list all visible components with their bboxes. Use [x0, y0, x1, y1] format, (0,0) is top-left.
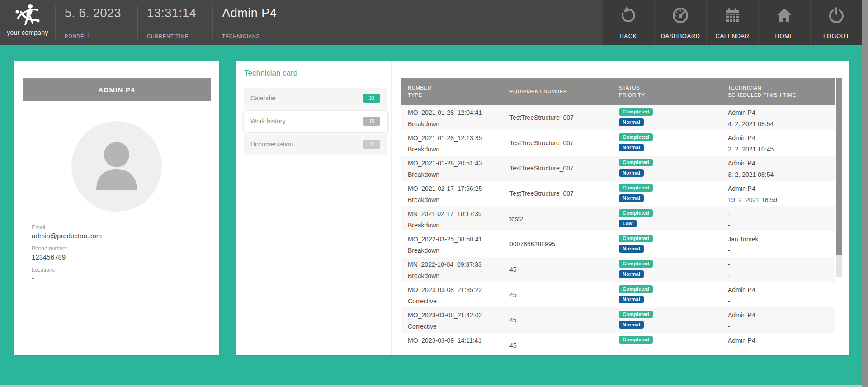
status-priority-cell: Completed Normal	[613, 231, 722, 257]
status-badge: Completed	[619, 184, 653, 192]
technician-name: Admin P4	[728, 134, 835, 142]
table-row[interactable]: MO_2021-01-28_12:13:35 Breakdown TestTre…	[401, 130, 835, 156]
technician-card-nav: Technician card Calendar 33 Work history…	[236, 61, 392, 355]
equipment-number-cell: TestTreeStructure_007	[503, 181, 613, 206]
technician-finish-cell: Admin P4 19. 2. 2021 18:59	[722, 181, 835, 206]
calendar-button[interactable]: CALENDAR	[707, 0, 758, 45]
technician-finish-cell: Admin P4 -	[722, 282, 835, 307]
table-row[interactable]: MO_2023-03-08_21:35:22 Corrective 45 Com…	[401, 282, 835, 307]
company-logo[interactable]: your company	[0, 0, 55, 45]
work-order-number: MO_2021-02-17_17:56:25	[408, 184, 503, 193]
table-row[interactable]: MN_2022-10-04_09:37:33 Breakdown 45 Comp…	[401, 257, 835, 282]
equipment-number-cell: 0007666281995	[503, 231, 613, 257]
number-type-cell: MO_2021-01-28_20:51:43 Breakdown	[401, 156, 503, 181]
column-header-line: TECHNICIAN	[728, 85, 835, 90]
status-priority-cell: Completed Normal	[613, 105, 722, 130]
dashboard-button[interactable]: DASHBOARD	[655, 0, 706, 45]
technician-finish-cell: - -	[722, 257, 835, 282]
dashboard-gauge-icon	[671, 6, 689, 24]
table-row[interactable]: MO_2021-01-28_12:04:41 Breakdown TestTre…	[401, 105, 835, 130]
nav-item-label: Work history	[244, 118, 286, 125]
work-order-type: Breakdown	[408, 221, 503, 230]
technician-finish-cell: - -	[722, 206, 835, 231]
scheduled-finish-time: -	[728, 322, 835, 331]
work-order-number: MO_2022-03-25_08:50:41	[408, 235, 503, 244]
table-row[interactable]: MO_2022-03-25_08:50:41 Breakdown 0007666…	[401, 231, 835, 257]
scheduled-finish-time: 3. 2. 2021 08:54	[728, 170, 835, 179]
technician-finish-cell: Admin P4	[722, 333, 835, 355]
number-type-cell: MO_2021-02-17_17:56:25 Breakdown	[401, 181, 503, 206]
status-badge: Completed	[619, 209, 653, 217]
window-bottom-edge	[0, 385, 862, 387]
table-row[interactable]: MN_2021-02-17_10:17:39 Breakdown test2 C…	[401, 206, 835, 231]
avatar	[71, 121, 162, 212]
status-badge: Completed	[619, 336, 653, 344]
column-header-status-priority: STATUS PRIORITY	[613, 78, 722, 105]
documentation-count-badge: 0	[363, 140, 380, 149]
home-button[interactable]: HOME	[759, 0, 810, 45]
priority-badge: Normal	[619, 144, 644, 151]
priority-badge: Normal	[619, 270, 644, 278]
technician-name: Admin P4	[728, 336, 835, 345]
number-type-cell: MO_2023-03-09_14:11:41	[401, 333, 503, 355]
nav-item-label: Calendar	[244, 94, 276, 102]
current-date: 5. 6. 2023	[65, 6, 121, 20]
browser-scrollbar[interactable]	[862, 0, 868, 387]
technician-name: Admin P4	[728, 184, 835, 193]
column-header-line: STATUS	[619, 85, 722, 90]
number-type-cell: MN_2021-02-17_10:17:39 Breakdown	[401, 206, 503, 231]
technician-finish-cell: Admin P4 4. 2. 2021 08:54	[722, 105, 835, 130]
work-history-count-badge: 15	[363, 117, 380, 126]
work-order-number: MN_2021-02-17_10:17:39	[408, 210, 503, 218]
back-button-label: BACK	[620, 33, 637, 39]
date-block: 5. 6. 2023 PONDĚLÍ	[56, 0, 137, 45]
nav-item-work-history[interactable]: Work history 15	[244, 111, 387, 132]
work-order-number: MO_2021-01-28_12:13:35	[408, 134, 503, 142]
number-type-cell: MO_2021-01-28_12:13:35 Breakdown	[401, 130, 503, 156]
technician-name: Admin P4	[728, 159, 835, 168]
technician-finish-cell: Admin P4 3. 2. 2021 08:54	[722, 156, 835, 181]
status-badge: Completed	[619, 260, 653, 268]
technician-name: -	[728, 210, 835, 218]
status-priority-cell: Completed	[613, 333, 722, 355]
technician-name-header: ADMIN P4	[23, 78, 211, 101]
priority-badge: Normal	[619, 118, 644, 126]
profile-fields: Email admin@productoo.com Phone number 1…	[14, 224, 219, 282]
home-icon	[775, 6, 793, 24]
status-priority-cell: Completed Normal	[613, 307, 722, 333]
locations-label: Locations	[32, 267, 219, 273]
technician-card-panel: Technician card Calendar 33 Work history…	[236, 61, 849, 355]
logo-icon	[14, 3, 42, 28]
equipment-number-cell: TestTreeStructure_007	[503, 130, 613, 156]
status-badge: Completed	[619, 235, 653, 242]
status-badge: Completed	[619, 311, 653, 318]
status-priority-cell: Completed Normal	[613, 282, 722, 307]
table-scrollbar-thumb[interactable]	[836, 78, 842, 255]
logout-button[interactable]: LOGOUT	[811, 0, 862, 45]
table-row[interactable]: MO_2023-03-09_14:11:41 45 Completed Admi…	[401, 333, 835, 355]
work-order-type: Breakdown	[408, 145, 503, 154]
nav-item-label: Documentation	[244, 141, 293, 148]
table-row[interactable]: MO_2023-03-08_21:42:02 Corrective 45 Com…	[401, 307, 835, 333]
technician-profile-card: ADMIN P4 Email admin@productoo.com Phone…	[14, 61, 219, 355]
priority-badge: Normal	[619, 296, 644, 303]
status-badge: Completed	[619, 159, 653, 166]
technician-name: Admin P4	[728, 109, 835, 117]
status-priority-cell: Completed Low	[613, 206, 722, 231]
calendar-count-badge: 33	[363, 94, 380, 103]
home-button-label: HOME	[775, 33, 794, 39]
current-time-label: CURRENT TIME	[147, 33, 196, 39]
table-scrollbar[interactable]	[836, 78, 842, 350]
status-priority-cell: Completed Normal	[613, 130, 722, 156]
table-row[interactable]: MO_2021-01-28_20:51:43 Breakdown TestTre…	[401, 156, 835, 181]
nav-item-documentation[interactable]: Documentation 0	[244, 134, 387, 155]
table-row[interactable]: MO_2021-02-17_17:56:25 Breakdown TestTre…	[401, 181, 835, 206]
scheduled-finish-time: -	[728, 246, 835, 255]
priority-badge: Normal	[619, 169, 644, 177]
nav-item-calendar[interactable]: Calendar 33	[244, 88, 387, 109]
status-priority-cell: Completed Normal	[613, 181, 722, 206]
back-button[interactable]: BACK	[603, 0, 654, 45]
technician-name: Jan Tomek	[728, 235, 835, 244]
work-order-type: Breakdown	[408, 246, 503, 255]
page-title-block: Admin P4 TECHNICIANS	[213, 0, 293, 45]
